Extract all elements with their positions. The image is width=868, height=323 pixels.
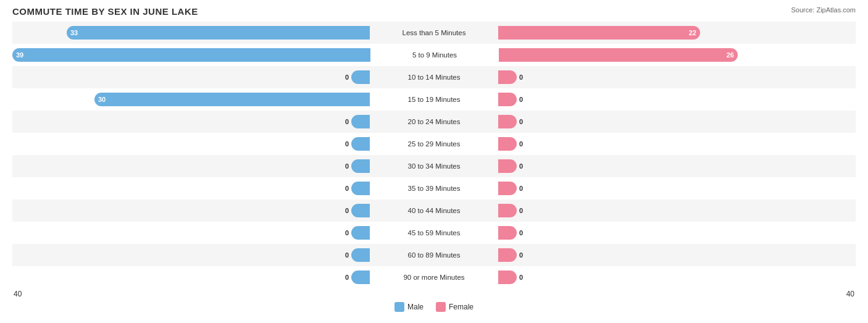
row-label: 5 to 9 Minutes bbox=[373, 51, 496, 59]
female-zero: 0 bbox=[519, 162, 523, 170]
male-zero: 0 bbox=[345, 185, 349, 192]
right-section: 0 bbox=[496, 111, 856, 133]
female-zero: 0 bbox=[519, 274, 523, 281]
male-stub bbox=[351, 159, 370, 173]
left-section: 39 bbox=[12, 44, 373, 66]
male-bar: 39 bbox=[12, 48, 370, 62]
female-value: 26 bbox=[727, 51, 734, 59]
right-section: 0 bbox=[496, 66, 856, 88]
male-zero: 0 bbox=[345, 140, 349, 148]
axis-labels: 40 40 bbox=[12, 290, 856, 298]
female-stub bbox=[498, 70, 517, 84]
left-section: 0 bbox=[12, 199, 372, 222]
row-label: 10 to 14 Minutes bbox=[372, 73, 496, 81]
row-label: Less than 5 Minutes bbox=[372, 29, 496, 36]
male-zero: 0 bbox=[345, 73, 349, 81]
row-label: 45 to 59 Minutes bbox=[372, 229, 496, 237]
male-value: 33 bbox=[70, 29, 78, 36]
male-stub bbox=[351, 248, 370, 262]
row-label: 20 to 24 Minutes bbox=[372, 118, 496, 125]
axis-right: 40 bbox=[846, 290, 854, 298]
female-bar: 22 bbox=[498, 26, 700, 40]
male-bar: 33 bbox=[67, 26, 370, 40]
female-stub bbox=[498, 93, 517, 106]
male-value: 39 bbox=[16, 51, 23, 59]
right-section: 0 bbox=[496, 133, 856, 155]
source-text: Source: ZipAtlas.com bbox=[791, 6, 856, 14]
female-zero: 0 bbox=[519, 207, 523, 214]
row-label: 60 to 89 Minutes bbox=[372, 251, 496, 259]
female-stub bbox=[498, 204, 517, 217]
table-row: 0 10 to 14 Minutes 0 bbox=[12, 66, 856, 88]
legend-female: Female bbox=[436, 302, 474, 312]
left-section: 0 bbox=[12, 177, 372, 199]
row-label: 30 to 34 Minutes bbox=[372, 162, 496, 170]
left-section: 0 bbox=[12, 66, 372, 88]
left-section: 33 bbox=[12, 22, 372, 44]
right-section: 0 bbox=[496, 222, 856, 244]
left-section: 0 bbox=[12, 155, 372, 177]
male-zero: 0 bbox=[345, 207, 349, 214]
right-section: 0 bbox=[496, 244, 856, 266]
female-stub bbox=[498, 159, 517, 173]
male-stub bbox=[351, 115, 370, 128]
left-section: 0 bbox=[12, 222, 372, 244]
legend-female-label: Female bbox=[449, 303, 474, 311]
legend-male: Male bbox=[394, 302, 424, 312]
row-label: 35 to 39 Minutes bbox=[372, 185, 496, 192]
right-section: 22 bbox=[496, 22, 856, 44]
right-section: 0 bbox=[496, 88, 856, 111]
female-value: 22 bbox=[689, 29, 696, 36]
left-section: 0 bbox=[12, 244, 372, 266]
female-stub bbox=[498, 271, 517, 284]
female-zero: 0 bbox=[519, 73, 523, 81]
row-label: 40 to 44 Minutes bbox=[372, 207, 496, 214]
female-zero: 0 bbox=[519, 96, 523, 103]
male-stub bbox=[351, 271, 370, 284]
male-zero: 0 bbox=[345, 274, 349, 281]
legend: Male Female bbox=[12, 302, 856, 312]
row-label: 90 or more Minutes bbox=[372, 274, 496, 281]
chart-title: COMMUTE TIME BY SEX IN JUNE LAKE bbox=[12, 6, 856, 17]
female-stub bbox=[498, 248, 517, 262]
table-row: 30 15 to 19 Minutes 0 bbox=[12, 88, 856, 111]
rows-area: 33 Less than 5 Minutes 22 39 5 to 9 Minu… bbox=[12, 22, 856, 288]
left-section: 30 bbox=[12, 88, 372, 111]
axis-left: 40 bbox=[14, 290, 22, 298]
male-stub bbox=[351, 137, 370, 151]
male-stub bbox=[351, 182, 370, 195]
table-row: 0 60 to 89 Minutes 0 bbox=[12, 244, 856, 266]
right-section: 0 bbox=[496, 177, 856, 199]
female-stub bbox=[498, 182, 517, 195]
female-bar: 26 bbox=[499, 48, 738, 62]
male-zero: 0 bbox=[345, 162, 349, 170]
right-section: 0 bbox=[496, 155, 856, 177]
male-stub bbox=[351, 70, 370, 84]
male-stub bbox=[351, 204, 370, 217]
legend-male-box bbox=[394, 302, 404, 312]
table-row: 0 90 or more Minutes 0 bbox=[12, 266, 856, 288]
female-zero: 0 bbox=[519, 185, 523, 192]
table-row: 0 45 to 59 Minutes 0 bbox=[12, 222, 856, 244]
male-zero: 0 bbox=[345, 251, 349, 259]
left-section: 0 bbox=[12, 111, 372, 133]
female-zero: 0 bbox=[519, 118, 523, 125]
table-row: 0 40 to 44 Minutes 0 bbox=[12, 199, 856, 222]
legend-male-label: Male bbox=[407, 303, 424, 311]
female-stub bbox=[498, 137, 517, 151]
table-row: 0 25 to 29 Minutes 0 bbox=[12, 133, 856, 155]
row-label: 15 to 19 Minutes bbox=[372, 96, 496, 103]
right-section: 0 bbox=[496, 266, 856, 288]
chart-container: COMMUTE TIME BY SEX IN JUNE LAKE Source:… bbox=[0, 0, 868, 323]
row-label: 25 to 29 Minutes bbox=[372, 140, 496, 148]
legend-female-box bbox=[436, 302, 446, 312]
table-row: 0 20 to 24 Minutes 0 bbox=[12, 111, 856, 133]
female-stub bbox=[498, 115, 517, 128]
table-row: 0 35 to 39 Minutes 0 bbox=[12, 177, 856, 199]
left-section: 0 bbox=[12, 133, 372, 155]
right-section: 0 bbox=[496, 199, 856, 222]
male-bar: 30 bbox=[94, 93, 370, 106]
table-row: 0 30 to 34 Minutes 0 bbox=[12, 155, 856, 177]
female-zero: 0 bbox=[519, 140, 523, 148]
female-zero: 0 bbox=[519, 251, 523, 259]
